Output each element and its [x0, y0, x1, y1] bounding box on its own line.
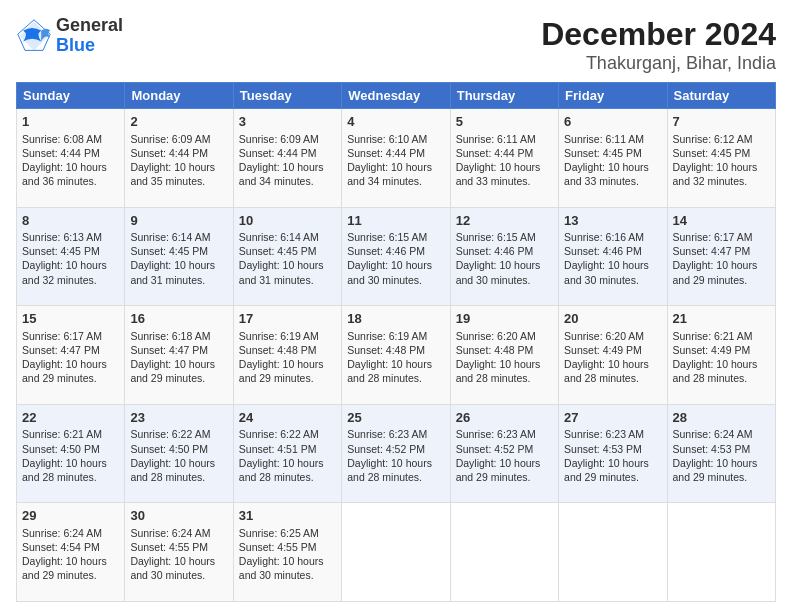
calendar-table: Sunday Monday Tuesday Wednesday Thursday…: [16, 82, 776, 602]
day-10: 10 Sunrise: 6:14 AM Sunset: 4:45 PM Dayl…: [233, 207, 341, 306]
day-22: 22 Sunrise: 6:21 AM Sunset: 4:50 PM Dayl…: [17, 404, 125, 503]
empty-cell-4: [667, 503, 775, 602]
week-1: 1 Sunrise: 6:08 AM Sunset: 4:44 PM Dayli…: [17, 109, 776, 208]
day-26: 26 Sunrise: 6:23 AM Sunset: 4:52 PM Dayl…: [450, 404, 558, 503]
day-18: 18 Sunrise: 6:19 AM Sunset: 4:48 PM Dayl…: [342, 306, 450, 405]
empty-cell-3: [559, 503, 667, 602]
day-7: 7 Sunrise: 6:12 AM Sunset: 4:45 PM Dayli…: [667, 109, 775, 208]
day-13: 13 Sunrise: 6:16 AM Sunset: 4:46 PM Dayl…: [559, 207, 667, 306]
day-8: 8 Sunrise: 6:13 AM Sunset: 4:45 PM Dayli…: [17, 207, 125, 306]
day-23: 23 Sunrise: 6:22 AM Sunset: 4:50 PM Dayl…: [125, 404, 233, 503]
day-6: 6 Sunrise: 6:11 AM Sunset: 4:45 PM Dayli…: [559, 109, 667, 208]
day-15: 15 Sunrise: 6:17 AM Sunset: 4:47 PM Dayl…: [17, 306, 125, 405]
day-29: 29 Sunrise: 6:24 AM Sunset: 4:54 PM Dayl…: [17, 503, 125, 602]
day-5: 5 Sunrise: 6:11 AM Sunset: 4:44 PM Dayli…: [450, 109, 558, 208]
day-28: 28 Sunrise: 6:24 AM Sunset: 4:53 PM Dayl…: [667, 404, 775, 503]
day-4: 4 Sunrise: 6:10 AM Sunset: 4:44 PM Dayli…: [342, 109, 450, 208]
day-11: 11 Sunrise: 6:15 AM Sunset: 4:46 PM Dayl…: [342, 207, 450, 306]
col-wednesday: Wednesday: [342, 83, 450, 109]
col-sunday: Sunday: [17, 83, 125, 109]
day-25: 25 Sunrise: 6:23 AM Sunset: 4:52 PM Dayl…: [342, 404, 450, 503]
col-tuesday: Tuesday: [233, 83, 341, 109]
day-19: 19 Sunrise: 6:20 AM Sunset: 4:48 PM Dayl…: [450, 306, 558, 405]
week-4: 22 Sunrise: 6:21 AM Sunset: 4:50 PM Dayl…: [17, 404, 776, 503]
empty-cell-2: [450, 503, 558, 602]
logo: General Blue: [16, 16, 123, 56]
col-saturday: Saturday: [667, 83, 775, 109]
day-9: 9 Sunrise: 6:14 AM Sunset: 4:45 PM Dayli…: [125, 207, 233, 306]
day-16: 16 Sunrise: 6:18 AM Sunset: 4:47 PM Dayl…: [125, 306, 233, 405]
logo-general: General: [56, 16, 123, 36]
logo-blue: Blue: [56, 36, 123, 56]
day-20: 20 Sunrise: 6:20 AM Sunset: 4:49 PM Dayl…: [559, 306, 667, 405]
calendar-subtitle: Thakurganj, Bihar, India: [541, 53, 776, 74]
title-block: December 2024 Thakurganj, Bihar, India: [541, 16, 776, 74]
day-2: 2 Sunrise: 6:09 AM Sunset: 4:44 PM Dayli…: [125, 109, 233, 208]
col-friday: Friday: [559, 83, 667, 109]
empty-cell-1: [342, 503, 450, 602]
day-31: 31 Sunrise: 6:25 AM Sunset: 4:55 PM Dayl…: [233, 503, 341, 602]
day-30: 30 Sunrise: 6:24 AM Sunset: 4:55 PM Dayl…: [125, 503, 233, 602]
day-24: 24 Sunrise: 6:22 AM Sunset: 4:51 PM Dayl…: [233, 404, 341, 503]
header: General Blue December 2024 Thakurganj, B…: [16, 16, 776, 74]
day-27: 27 Sunrise: 6:23 AM Sunset: 4:53 PM Dayl…: [559, 404, 667, 503]
page: General Blue December 2024 Thakurganj, B…: [0, 0, 792, 612]
logo-text: General Blue: [56, 16, 123, 56]
col-thursday: Thursday: [450, 83, 558, 109]
day-14: 14 Sunrise: 6:17 AM Sunset: 4:47 PM Dayl…: [667, 207, 775, 306]
day-12: 12 Sunrise: 6:15 AM Sunset: 4:46 PM Dayl…: [450, 207, 558, 306]
week-3: 15 Sunrise: 6:17 AM Sunset: 4:47 PM Dayl…: [17, 306, 776, 405]
day-17: 17 Sunrise: 6:19 AM Sunset: 4:48 PM Dayl…: [233, 306, 341, 405]
col-monday: Monday: [125, 83, 233, 109]
logo-icon: [16, 18, 52, 54]
day-3: 3 Sunrise: 6:09 AM Sunset: 4:44 PM Dayli…: [233, 109, 341, 208]
day-1: 1 Sunrise: 6:08 AM Sunset: 4:44 PM Dayli…: [17, 109, 125, 208]
day-21: 21 Sunrise: 6:21 AM Sunset: 4:49 PM Dayl…: [667, 306, 775, 405]
calendar-title: December 2024: [541, 16, 776, 53]
week-5: 29 Sunrise: 6:24 AM Sunset: 4:54 PM Dayl…: [17, 503, 776, 602]
header-row: Sunday Monday Tuesday Wednesday Thursday…: [17, 83, 776, 109]
week-2: 8 Sunrise: 6:13 AM Sunset: 4:45 PM Dayli…: [17, 207, 776, 306]
